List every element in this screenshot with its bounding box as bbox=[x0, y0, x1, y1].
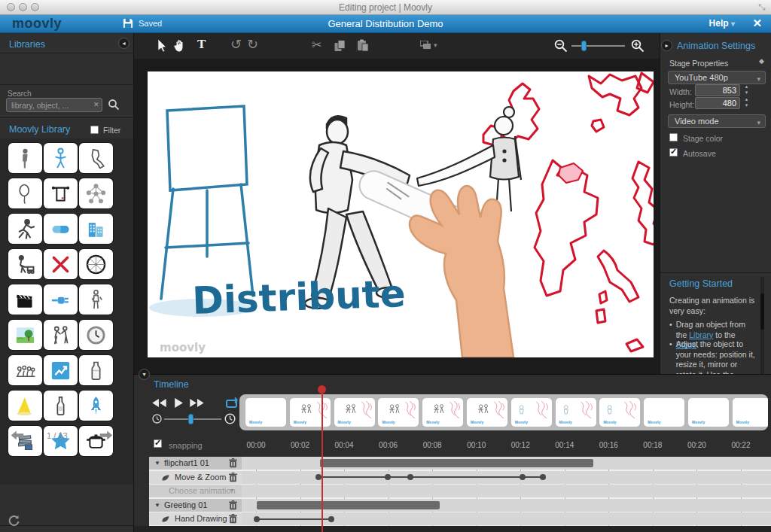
library-item-mannequin[interactable] bbox=[79, 284, 113, 315]
snapping-checkbox[interactable] bbox=[154, 439, 162, 448]
autosave-checkbox[interactable] bbox=[669, 148, 678, 157]
arrange-icon[interactable] bbox=[420, 41, 432, 50]
library-item-atomium[interactable] bbox=[79, 178, 113, 208]
search-clear-icon[interactable]: ✕ bbox=[93, 101, 99, 108]
trash-icon[interactable] bbox=[229, 500, 237, 510]
trash-icon[interactable] bbox=[229, 473, 237, 482]
library-item-growth-chart[interactable] bbox=[44, 355, 78, 385]
width-step-down-icon[interactable]: ▼ bbox=[743, 91, 750, 95]
library-item-boy-with-cart[interactable] bbox=[8, 249, 42, 279]
track-label-choose-animation[interactable]: Choose animation▾ bbox=[149, 485, 242, 497]
keyframe-dot[interactable] bbox=[254, 516, 260, 522]
width-input[interactable] bbox=[695, 84, 740, 96]
library-item-balloon[interactable] bbox=[8, 178, 42, 208]
library-item-bottle[interactable] bbox=[44, 391, 78, 421]
library-item-clock[interactable] bbox=[79, 320, 113, 350]
library-item-rocket[interactable] bbox=[79, 391, 113, 421]
expand-triangle-icon[interactable]: ▼ bbox=[154, 502, 160, 509]
help-menu[interactable]: Help ▾ bbox=[709, 18, 735, 29]
track-label-flipchart1-01[interactable]: ▼flipchart1 01 bbox=[149, 457, 242, 470]
zoom-slider-handle[interactable] bbox=[581, 41, 587, 51]
library-item-standing-man[interactable] bbox=[8, 143, 42, 173]
library-item-capsule[interactable] bbox=[44, 214, 78, 244]
keyframe-dot[interactable] bbox=[328, 516, 334, 522]
library-item-greeting-people[interactable] bbox=[44, 320, 78, 350]
zoom-in-icon[interactable] bbox=[631, 39, 645, 53]
library-item-star[interactable] bbox=[44, 426, 78, 456]
libraries-collapse-button[interactable]: ◂ bbox=[118, 38, 130, 49]
loop-icon[interactable] bbox=[226, 397, 239, 409]
track-label-hand-drawing[interactable]: Hand Drawing bbox=[149, 512, 242, 525]
fast-forward-icon[interactable] bbox=[190, 398, 205, 408]
library-item-crowd[interactable] bbox=[8, 355, 42, 385]
hand-tool-icon[interactable] bbox=[173, 39, 185, 52]
filmstrip-frame-5[interactable]: Moovly bbox=[422, 398, 463, 427]
height-input[interactable] bbox=[695, 97, 740, 109]
choose-animation-caret-icon[interactable]: ▾ bbox=[230, 487, 233, 494]
keyframe-dot[interactable] bbox=[540, 474, 546, 480]
zoom-slider-track[interactable] bbox=[571, 45, 625, 47]
filmstrip-frame-6[interactable]: Moovly bbox=[467, 398, 507, 427]
library-item-light-beam[interactable] bbox=[8, 391, 42, 421]
filmstrip-frame-1[interactable]: Moovly bbox=[245, 398, 286, 427]
library-item-buildings[interactable] bbox=[79, 214, 113, 244]
scrollbar-thumb[interactable] bbox=[760, 293, 764, 330]
keyframe-dot[interactable] bbox=[407, 474, 413, 480]
timeline-collapse-button[interactable]: ▾ bbox=[139, 369, 150, 380]
window-resize-icon[interactable]: ⤡ bbox=[758, 2, 765, 12]
stage[interactable]: Distribute moovly bbox=[148, 71, 654, 357]
library-item-landscape[interactable] bbox=[8, 320, 42, 350]
page-prev-icon[interactable] bbox=[11, 430, 24, 440]
close-project-icon[interactable]: ✕ bbox=[752, 17, 762, 30]
redo-icon[interactable]: ↻ bbox=[247, 36, 258, 53]
undo-icon[interactable]: ↺ bbox=[230, 36, 242, 53]
library-item-towel-rack[interactable] bbox=[44, 178, 78, 208]
copy-icon[interactable] bbox=[334, 40, 346, 52]
library-item-clapperboard[interactable] bbox=[8, 284, 42, 315]
search-icon[interactable] bbox=[108, 99, 120, 111]
track-label-greeting-01[interactable]: ▼Greeting 01 bbox=[149, 499, 242, 512]
expand-triangle-icon[interactable]: ▼ bbox=[154, 460, 160, 467]
height-step-down-icon[interactable]: ▼ bbox=[743, 104, 750, 108]
filmstrip[interactable]: MoovlyMoovlyMoovlyMoovlyMoovlyMoovlyMoov… bbox=[239, 394, 768, 430]
filmstrip-frame-3[interactable]: Moovly bbox=[334, 398, 375, 427]
filmstrip-frame-10[interactable]: Moovly bbox=[644, 398, 684, 427]
time-slider-handle[interactable] bbox=[188, 414, 194, 424]
time-end-icon[interactable] bbox=[224, 413, 236, 424]
trash-icon[interactable] bbox=[229, 514, 237, 524]
settings-collapse-button[interactable]: ▸ bbox=[661, 40, 672, 51]
filmstrip-frame-8[interactable]: Moovly bbox=[556, 398, 596, 427]
library-item-blue-figure[interactable] bbox=[44, 143, 78, 173]
text-tool-icon[interactable]: T bbox=[197, 37, 206, 52]
filmstrip-frame-12[interactable]: Moovly bbox=[733, 398, 768, 427]
stage-properties-diamond-icon[interactable]: ◆ bbox=[759, 57, 764, 65]
arrange-caret-icon[interactable]: ▾ bbox=[434, 41, 437, 49]
filmstrip-frame-2[interactable]: Moovly bbox=[290, 398, 331, 427]
height-step-up-icon[interactable]: ▲ bbox=[743, 98, 750, 102]
filmstrip-frame-11[interactable]: Moovly bbox=[688, 398, 729, 427]
trash-icon[interactable] bbox=[229, 458, 237, 468]
filmstrip-frame-9[interactable]: Moovly bbox=[599, 398, 640, 427]
page-next-icon[interactable] bbox=[99, 430, 113, 440]
filmstrip-frame-4[interactable]: Moovly bbox=[378, 398, 419, 427]
paste-icon[interactable] bbox=[357, 39, 369, 52]
cut-icon[interactable]: ✂ bbox=[312, 38, 322, 52]
select-tool-icon[interactable] bbox=[157, 39, 169, 52]
search-input[interactable] bbox=[6, 98, 102, 112]
zoom-out-icon[interactable] bbox=[554, 39, 568, 53]
filter-checkbox[interactable] bbox=[90, 126, 99, 134]
library-item-red-cross[interactable] bbox=[44, 249, 78, 279]
library-item-milk-bottle[interactable] bbox=[79, 355, 113, 385]
playhead-line[interactable] bbox=[322, 386, 323, 532]
playhead-handle[interactable] bbox=[318, 385, 326, 394]
width-step-up-icon[interactable]: ▲ bbox=[743, 85, 750, 89]
mode-dropdown[interactable]: Video mode ▾ bbox=[668, 114, 766, 128]
stage-color-checkbox[interactable] bbox=[669, 133, 678, 141]
play-icon[interactable] bbox=[174, 398, 183, 408]
preset-dropdown[interactable]: YouTube 480p ▾ bbox=[668, 71, 766, 84]
filmstrip-frame-7[interactable]: Moovly bbox=[511, 398, 552, 427]
library-item-plug[interactable] bbox=[44, 284, 78, 315]
track-label-move-zoom[interactable]: Move & Zoom bbox=[149, 471, 242, 484]
library-item-italy-map[interactable] bbox=[79, 143, 113, 173]
rewind-icon[interactable] bbox=[152, 398, 167, 408]
